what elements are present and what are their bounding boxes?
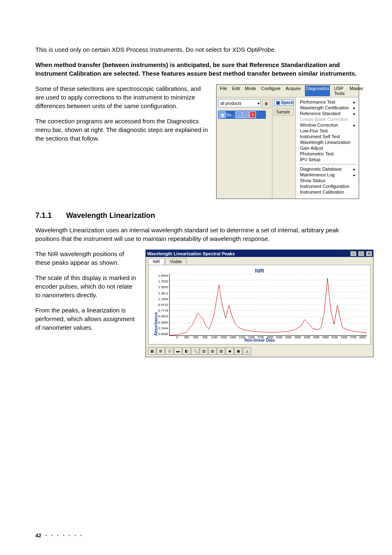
mi-label: Create Blank Correction [300,117,348,122]
submenu-arrow-icon: ▸ [353,123,355,127]
mi-label: Low-Flux Test [300,128,328,133]
mi-reference-standard[interactable]: Reference Standard▸ [297,111,358,116]
mi-create-blank-correction: Create Blank Correction [297,116,358,122]
products-dropdown-value: all products [220,101,241,106]
mi-label: Diagnostic Database [300,166,342,171]
section-heading: 7.1.1 Wavelength Linearization [35,211,359,220]
plot-title: NIR [152,268,367,274]
mi-window-correction[interactable]: Window Correction▸ [297,122,358,128]
menu-edit[interactable]: Edit [231,86,241,96]
chart-toolbar: ▦ ⊞ ⎙ ▬ ◧ 🔍 ▥ ▤ ▧ ◆ ▣ ◬ [146,346,373,357]
menu-diagnostics[interactable]: Diagnostics [305,86,330,96]
close-icon[interactable]: × [366,251,372,256]
diagnostics-dropdown: Performance Test▸ Wavelength Certificati… [295,97,359,199]
submenu-arrow-icon: ▸ [353,167,355,171]
mi-instrument-configuration[interactable]: Instrument Configuration [297,183,358,189]
menu-separator [298,164,356,164]
mi-label: Window Correction [300,123,338,127]
minimize-icon[interactable]: – [350,251,356,256]
para-peaks-linearization: From the peaks, a linearization is perfo… [35,306,138,332]
submenu-arrow-icon: ▸ [353,100,355,104]
mi-label: Wavelength Certification [300,105,349,110]
chevron-down-icon: ▾ [258,101,260,106]
spectr-button[interactable]: ▦ Spectr [274,99,294,106]
mi-photometric-test[interactable]: Photometric Test [297,151,358,157]
mi-label: Reference Standard [300,111,340,116]
tool-icon[interactable]: ▣ [234,347,242,355]
print-icon[interactable]: ⎙ [165,347,173,355]
section-number: 7.1.1 [35,211,64,220]
submenu-arrow-icon: ▸ [353,173,355,177]
para-correction: The correction programs are accessed fro… [35,117,209,143]
minimize-icon[interactable]: – [235,111,242,118]
para-scale: The scale of this display is marked in e… [35,273,138,299]
wavelength-linearization-chart: Wavelength Linearization Spectral Peaks … [145,250,374,357]
mi-label: Gain Adjust [300,146,323,150]
y-axis-label: Absorbance [152,274,158,336]
maximize-icon[interactable]: □ [242,111,249,118]
mi-label: Instrument Self Test [300,134,340,139]
para-wavelength-intro: Wavelength Linearization uses an interna… [35,226,359,243]
tool-icon[interactable]: ▬ [174,347,182,355]
chart-window-title: Wavelength Linearization Spectral Peaks [147,251,235,256]
para-some-selections: Some of these selections are spectroscop… [35,84,209,110]
submenu-arrow-icon: ▸ [353,106,355,110]
mi-label: Show Status [300,178,325,183]
menu-file[interactable]: File [219,86,228,96]
tool-icon[interactable]: ▦ [148,347,156,355]
menu-acquire[interactable]: Acquire [285,86,302,96]
chart-icon: ▦ [276,100,280,105]
sa-icon: ▣ [219,111,226,118]
tab-visible[interactable]: Visible [165,258,186,265]
diagnostics-menu-screenshot: File Edit Mode Configure Acquire Diagnos… [216,84,359,199]
sample-button[interactable]: Sample [274,109,294,116]
mi-wavelength-certification[interactable]: Wavelength Certification▸ [297,105,358,111]
mi-label: Wavelength Linearization [300,140,350,145]
menu-master[interactable]: Master [349,86,364,96]
sa-label: Sa… [226,113,235,117]
menu-configure[interactable]: Configure [260,86,281,96]
para-nir-positions: The NIR wavelength positions of these pe… [35,250,138,267]
tool-icon[interactable]: ◆ [226,347,234,355]
footer-dots: • • • • • • • [45,532,83,539]
y-axis-ticks: 1.94441.75001.55551.36111.16660.97220.77… [158,274,169,336]
tool-icon[interactable]: ◬ [243,347,251,355]
tab-nir[interactable]: NIR [148,258,164,265]
mi-label: IPV Setup [300,157,321,162]
menu-mode[interactable]: Mode [244,86,257,96]
tool-icon[interactable]: ⊞ [157,347,165,355]
mi-label: Performance Test [300,99,335,104]
mi-gain-adjust[interactable]: Gain Adjust [297,145,358,151]
tool-icon[interactable]: ◧ [182,347,191,355]
mi-ipv-setup[interactable]: IPV Setup [297,157,358,162]
mi-maintenance-log[interactable]: Maintenance Log▸ [297,172,358,178]
maximize-icon[interactable]: □ [358,251,364,256]
menu-bar: File Edit Mode Configure Acquire Diagnos… [217,85,359,97]
tool-icon[interactable]: ▤ [208,347,217,355]
mi-wavelength-linearization[interactable]: Wavelength Linearization [297,139,358,145]
mi-label: Instrument Configuration [300,184,349,189]
bold-paragraph: When method transfer (between instrument… [35,60,359,78]
mi-performance-test[interactable]: Performance Test▸ [297,99,358,105]
mi-instrument-calibration[interactable]: Instrument Calibration [297,189,358,195]
mi-low-flux-test[interactable]: Low-Flux Test [297,128,358,134]
mi-label: Photometric Test [300,151,334,156]
menu-usp-tests[interactable]: USP Tests [333,86,346,96]
mi-instrument-self-test[interactable]: Instrument Self Test [297,134,358,139]
zoom-icon[interactable]: 🔍 [191,347,199,355]
tool-icon[interactable]: ▥ [200,347,208,355]
mi-label: Instrument Calibration [300,190,344,194]
close-icon[interactable]: × [249,111,256,118]
section-title: Wavelength Linearization [66,211,155,220]
doc-icon: 🗎 [264,101,269,106]
tool-icon[interactable]: ▧ [217,347,225,355]
page-number: 42 [35,532,41,539]
products-dropdown[interactable]: all products ▾ [218,99,261,107]
new-doc-button[interactable]: 🗎 [262,99,270,108]
submenu-arrow-icon: ▸ [353,111,355,116]
spectrum-line [170,278,367,335]
sa-window-bar: ▣ Sa… – □ × [218,111,266,119]
mi-label: Maintenance Log [300,172,334,177]
mi-show-status[interactable]: Show Status [297,178,358,183]
mi-diagnostic-database[interactable]: Diagnostic Database▸ [297,166,358,172]
